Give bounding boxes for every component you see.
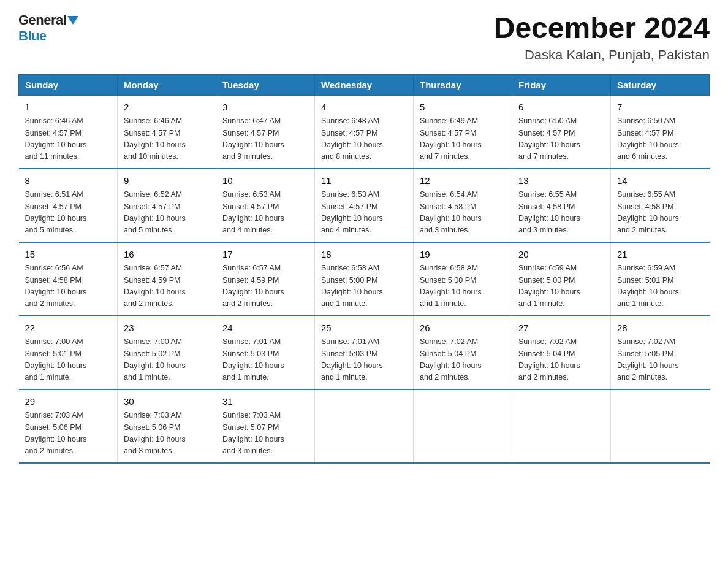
day-info: Sunrise: 6:58 AMSunset: 5:00 PMDaylight:… xyxy=(321,262,407,310)
day-number: 20 xyxy=(518,248,604,262)
table-row: 10Sunrise: 6:53 AMSunset: 4:57 PMDayligh… xyxy=(216,169,315,242)
day-number: 23 xyxy=(124,321,210,335)
day-info: Sunrise: 6:51 AMSunset: 4:57 PMDaylight:… xyxy=(25,189,112,237)
day-number: 18 xyxy=(321,248,407,262)
table-row: 16Sunrise: 6:57 AMSunset: 4:59 PMDayligh… xyxy=(118,242,216,316)
day-number: 19 xyxy=(420,248,506,262)
table-row: 2Sunrise: 6:46 AMSunset: 4:57 PMDaylight… xyxy=(118,95,216,169)
day-number: 16 xyxy=(124,248,210,262)
month-title: December 2024 xyxy=(494,12,710,45)
day-info: Sunrise: 6:53 AMSunset: 4:57 PMDaylight:… xyxy=(222,189,308,237)
day-number: 3 xyxy=(222,101,308,115)
calendar-week-row: 15Sunrise: 6:56 AMSunset: 4:58 PMDayligh… xyxy=(19,242,710,316)
day-info: Sunrise: 6:58 AMSunset: 5:00 PMDaylight:… xyxy=(420,262,506,310)
table-row: 30Sunrise: 7:03 AMSunset: 5:06 PMDayligh… xyxy=(118,389,216,463)
day-number: 21 xyxy=(617,248,703,262)
header-tuesday: Tuesday xyxy=(216,74,315,95)
day-info: Sunrise: 6:49 AMSunset: 4:57 PMDaylight:… xyxy=(420,115,506,163)
day-info: Sunrise: 7:02 AMSunset: 5:04 PMDaylight:… xyxy=(420,336,506,384)
table-row: 9Sunrise: 6:52 AMSunset: 4:57 PMDaylight… xyxy=(118,169,216,242)
day-info: Sunrise: 6:53 AMSunset: 4:57 PMDaylight:… xyxy=(321,189,407,237)
calendar-week-row: 1Sunrise: 6:46 AMSunset: 4:57 PMDaylight… xyxy=(19,95,710,169)
day-info: Sunrise: 6:55 AMSunset: 4:58 PMDaylight:… xyxy=(518,189,604,237)
calendar-header-row: Sunday Monday Tuesday Wednesday Thursday… xyxy=(19,74,710,95)
location-title: Daska Kalan, Punjab, Pakistan xyxy=(494,47,710,63)
table-row: 6Sunrise: 6:50 AMSunset: 4:57 PMDaylight… xyxy=(512,95,611,169)
day-info: Sunrise: 7:02 AMSunset: 5:05 PMDaylight:… xyxy=(617,336,703,384)
table-row: 29Sunrise: 7:03 AMSunset: 5:06 PMDayligh… xyxy=(19,389,118,463)
header-thursday: Thursday xyxy=(414,74,512,95)
day-number: 13 xyxy=(518,174,604,188)
table-row: 27Sunrise: 7:02 AMSunset: 5:04 PMDayligh… xyxy=(512,316,611,389)
table-row: 5Sunrise: 6:49 AMSunset: 4:57 PMDaylight… xyxy=(414,95,512,169)
day-number: 27 xyxy=(518,321,604,335)
header-saturday: Saturday xyxy=(611,74,710,95)
table-row: 8Sunrise: 6:51 AMSunset: 4:57 PMDaylight… xyxy=(19,169,118,242)
day-number: 5 xyxy=(420,101,506,115)
day-number: 11 xyxy=(321,174,407,188)
day-info: Sunrise: 7:01 AMSunset: 5:03 PMDaylight:… xyxy=(321,336,407,384)
day-info: Sunrise: 6:59 AMSunset: 5:01 PMDaylight:… xyxy=(617,262,703,310)
calendar-week-row: 22Sunrise: 7:00 AMSunset: 5:01 PMDayligh… xyxy=(19,316,710,389)
table-row: 22Sunrise: 7:00 AMSunset: 5:01 PMDayligh… xyxy=(19,316,118,389)
logo-triangle-icon xyxy=(67,16,78,25)
day-info: Sunrise: 6:50 AMSunset: 4:57 PMDaylight:… xyxy=(518,115,604,163)
day-info: Sunrise: 7:00 AMSunset: 5:01 PMDaylight:… xyxy=(25,336,112,384)
table-row xyxy=(414,389,512,463)
header-monday: Monday xyxy=(118,74,216,95)
day-info: Sunrise: 7:02 AMSunset: 5:04 PMDaylight:… xyxy=(518,336,604,384)
day-info: Sunrise: 6:46 AMSunset: 4:57 PMDaylight:… xyxy=(25,115,112,163)
title-block: December 2024 Daska Kalan, Punjab, Pakis… xyxy=(494,12,710,63)
day-info: Sunrise: 7:03 AMSunset: 5:06 PMDaylight:… xyxy=(124,410,210,458)
table-row: 1Sunrise: 6:46 AMSunset: 4:57 PMDaylight… xyxy=(19,95,118,169)
day-number: 29 xyxy=(25,395,112,409)
day-number: 1 xyxy=(25,101,112,115)
header-wednesday: Wednesday xyxy=(315,74,414,95)
logo-general-text: General xyxy=(18,12,66,28)
day-info: Sunrise: 6:57 AMSunset: 4:59 PMDaylight:… xyxy=(124,262,210,310)
table-row: 12Sunrise: 6:54 AMSunset: 4:58 PMDayligh… xyxy=(414,169,512,242)
day-number: 8 xyxy=(25,174,112,188)
day-number: 17 xyxy=(222,248,308,262)
table-row: 31Sunrise: 7:03 AMSunset: 5:07 PMDayligh… xyxy=(216,389,315,463)
day-number: 9 xyxy=(124,174,210,188)
calendar-table: Sunday Monday Tuesday Wednesday Thursday… xyxy=(18,74,710,464)
day-number: 12 xyxy=(420,174,506,188)
table-row: 4Sunrise: 6:48 AMSunset: 4:57 PMDaylight… xyxy=(315,95,414,169)
day-number: 26 xyxy=(420,321,506,335)
day-info: Sunrise: 6:57 AMSunset: 4:59 PMDaylight:… xyxy=(222,262,308,310)
table-row: 19Sunrise: 6:58 AMSunset: 5:00 PMDayligh… xyxy=(414,242,512,316)
day-number: 10 xyxy=(222,174,308,188)
table-row: 28Sunrise: 7:02 AMSunset: 5:05 PMDayligh… xyxy=(611,316,710,389)
calendar-week-row: 8Sunrise: 6:51 AMSunset: 4:57 PMDaylight… xyxy=(19,169,710,242)
day-number: 31 xyxy=(222,395,308,409)
day-number: 24 xyxy=(222,321,308,335)
page-header: General Blue December 2024 Daska Kalan, … xyxy=(18,12,710,63)
day-info: Sunrise: 7:03 AMSunset: 5:07 PMDaylight:… xyxy=(222,410,308,458)
day-info: Sunrise: 6:48 AMSunset: 4:57 PMDaylight:… xyxy=(321,115,407,163)
day-number: 22 xyxy=(25,321,112,335)
day-number: 25 xyxy=(321,321,407,335)
day-info: Sunrise: 6:54 AMSunset: 4:58 PMDaylight:… xyxy=(420,189,506,237)
table-row xyxy=(512,389,611,463)
table-row: 11Sunrise: 6:53 AMSunset: 4:57 PMDayligh… xyxy=(315,169,414,242)
calendar-week-row: 29Sunrise: 7:03 AMSunset: 5:06 PMDayligh… xyxy=(19,389,710,463)
day-number: 4 xyxy=(321,101,407,115)
day-info: Sunrise: 7:00 AMSunset: 5:02 PMDaylight:… xyxy=(124,336,210,384)
day-number: 28 xyxy=(617,321,703,335)
day-number: 7 xyxy=(617,101,703,115)
day-number: 15 xyxy=(25,248,112,262)
table-row: 15Sunrise: 6:56 AMSunset: 4:58 PMDayligh… xyxy=(19,242,118,316)
day-number: 6 xyxy=(518,101,604,115)
table-row xyxy=(611,389,710,463)
day-info: Sunrise: 6:47 AMSunset: 4:57 PMDaylight:… xyxy=(222,115,308,163)
table-row: 18Sunrise: 6:58 AMSunset: 5:00 PMDayligh… xyxy=(315,242,414,316)
day-info: Sunrise: 7:03 AMSunset: 5:06 PMDaylight:… xyxy=(25,410,112,458)
header-sunday: Sunday xyxy=(19,74,118,95)
day-info: Sunrise: 6:59 AMSunset: 5:00 PMDaylight:… xyxy=(518,262,604,310)
table-row: 26Sunrise: 7:02 AMSunset: 5:04 PMDayligh… xyxy=(414,316,512,389)
day-number: 14 xyxy=(617,174,703,188)
table-row xyxy=(315,389,414,463)
day-info: Sunrise: 6:56 AMSunset: 4:58 PMDaylight:… xyxy=(25,262,112,310)
table-row: 21Sunrise: 6:59 AMSunset: 5:01 PMDayligh… xyxy=(611,242,710,316)
